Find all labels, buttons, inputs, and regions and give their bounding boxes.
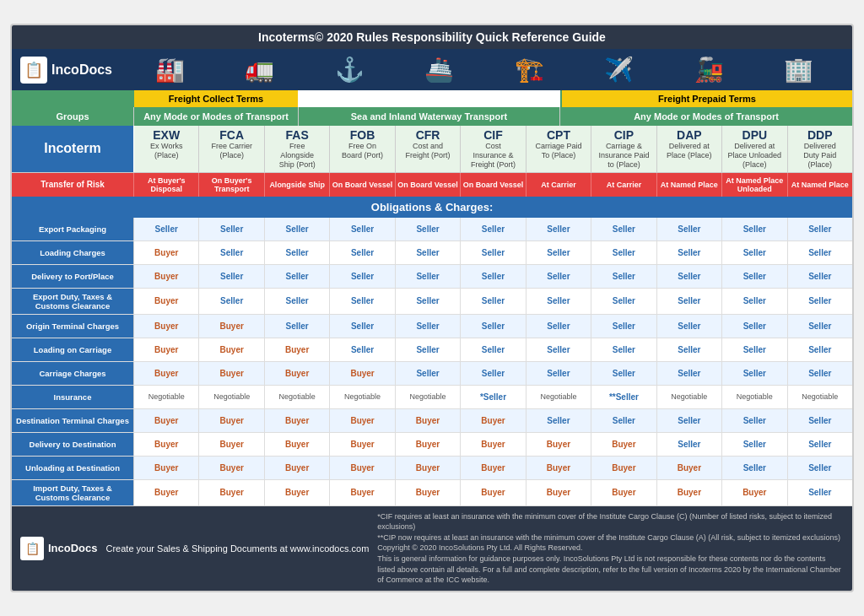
list-item: Buyer <box>134 409 199 432</box>
list-item: Buyer <box>461 433 526 456</box>
list-item: Buyer <box>657 480 722 505</box>
anchor-icon: ⚓ <box>335 56 364 84</box>
list-item: Negotiable <box>330 386 395 408</box>
inco-code-dpu: DPU <box>724 128 785 142</box>
list-item: Seller <box>199 241 264 264</box>
risk-col-2: Alongside Ship <box>265 173 330 197</box>
inco-desc-fca: Free Carrier(Place) <box>201 142 262 160</box>
list-item: Seller <box>591 265 656 288</box>
list-item: Buyer <box>134 265 199 288</box>
inco-code-cip: CIP <box>593 128 654 142</box>
table-row: Export PackagingSellerSellerSellerSeller… <box>12 218 852 241</box>
list-item: Seller <box>461 241 526 264</box>
list-item: Seller <box>265 241 330 264</box>
footer-tagline: Create your Sales & Shipping Documents a… <box>106 543 370 554</box>
list-item: Seller <box>199 218 264 240</box>
list-item: Buyer <box>526 433 591 456</box>
inco-code-cif: CIF <box>462 128 523 142</box>
inco-desc-fob: Free OnBoard (Port) <box>332 142 392 160</box>
list-item: Seller <box>788 362 852 385</box>
list-item: Buyer <box>134 315 199 338</box>
list-item: Seller <box>788 480 852 505</box>
list-item: Seller <box>657 338 722 361</box>
list-item: Negotiable <box>722 386 787 408</box>
list-item: Seller <box>722 338 787 361</box>
list-item: Negotiable <box>134 386 199 408</box>
ship-icon: 🚢 <box>424 56 454 84</box>
table-row: Import Duty, Taxes & Customs ClearanceBu… <box>12 480 852 506</box>
list-item: Seller <box>265 218 330 240</box>
footer: 📋 IncoDocs Create your Sales & Shipping … <box>12 506 852 591</box>
row-cells-4: BuyerBuyerSellerSellerSellerSellerSeller… <box>134 315 852 338</box>
list-item: Seller <box>526 218 591 240</box>
crane-icon: 🏗️ <box>515 56 544 84</box>
incoterm-col-dap: DAPDelivered atPlace (Place) <box>657 126 722 171</box>
list-item: Negotiable <box>657 386 722 408</box>
list-item: Seller <box>591 241 656 264</box>
list-item: Seller <box>591 409 656 432</box>
list-item: Seller <box>788 457 852 479</box>
incoterm-col-dpu: DPUDelivered atPlace Unloaded(Place) <box>722 126 787 171</box>
list-item: Seller <box>265 315 330 338</box>
list-item: Seller <box>591 338 656 361</box>
list-item: Seller <box>461 315 526 338</box>
warehouse-icon: 🏢 <box>784 56 813 84</box>
risk-col-6: At Carrier <box>526 173 591 197</box>
list-item: Buyer <box>526 457 591 479</box>
freight-terms-row: Freight Collect Terms Freight Prepaid Te… <box>12 90 852 107</box>
list-item: Seller <box>396 265 461 288</box>
row-label-11: Import Duty, Taxes & Customs Clearance <box>12 480 134 505</box>
list-item: Buyer <box>330 409 395 432</box>
incoterm-col-ddp: DDPDeliveredDuty Paid(Place) <box>788 126 852 171</box>
list-item: Buyer <box>330 433 395 456</box>
freight-sea-spacer <box>300 90 562 107</box>
list-item: Seller <box>199 289 264 314</box>
list-item: Buyer <box>265 362 330 385</box>
list-item: Buyer <box>265 480 330 505</box>
list-item: Seller <box>396 218 461 240</box>
risk-col-7: At Carrier <box>591 173 656 197</box>
list-item: Seller <box>657 218 722 240</box>
incoterm-col-fca: FCAFree Carrier(Place) <box>199 126 264 171</box>
list-item: Seller <box>657 289 722 314</box>
inco-desc-cfr: Cost andFreight (Port) <box>397 142 458 160</box>
incoterm-col-cif: CIFCostInsurance &Freight (Port) <box>461 126 526 171</box>
table-row: Loading on CarriageBuyerBuyerBuyerSeller… <box>12 338 852 362</box>
plane-icon: ✈️ <box>604 56 634 84</box>
list-item: Seller <box>265 265 330 288</box>
list-item: Buyer <box>134 241 199 264</box>
row-label-6: Carriage Charges <box>12 362 134 385</box>
list-item: Seller <box>396 338 461 361</box>
data-rows: Export PackagingSellerSellerSellerSeller… <box>12 218 852 506</box>
row-label-10: Unloading at Destination <box>12 457 134 479</box>
list-item: Seller <box>461 338 526 361</box>
row-label-8: Destination Terminal Charges <box>12 409 134 432</box>
incoterm-cols: EXWEx Works(Place)FCAFree Carrier(Place)… <box>134 126 852 171</box>
list-item: Seller <box>722 409 787 432</box>
risk-col-10: At Named Place <box>788 173 852 197</box>
list-item: Buyer <box>657 457 722 479</box>
footer-logo-icon: 📋 <box>20 537 44 560</box>
list-item: Seller <box>788 265 852 288</box>
list-item: Buyer <box>330 362 395 385</box>
list-item: Seller <box>591 362 656 385</box>
list-item: Buyer <box>134 457 199 479</box>
footer-note: Copyright © 2020 IncoSolutions Pty Ltd. … <box>377 543 844 554</box>
freight-terms-area: Freight Collect Terms Freight Prepaid Te… <box>134 90 852 107</box>
main-container: Incoterms© 2020 Rules Responsibility Qui… <box>10 24 854 592</box>
list-item: Seller <box>330 241 395 264</box>
row-cells-10: BuyerBuyerBuyerBuyerBuyerBuyerBuyerBuyer… <box>134 457 852 479</box>
list-item: Seller <box>657 433 722 456</box>
row-label-4: Origin Terminal Charges <box>12 315 134 338</box>
list-item: Seller <box>265 289 330 314</box>
train-icon: 🚂 <box>694 56 724 84</box>
list-item: Seller <box>330 338 395 361</box>
list-item: Seller <box>396 289 461 314</box>
inco-desc-cpt: Carriage PaidTo (Place) <box>528 142 589 160</box>
list-item: Seller <box>396 362 461 385</box>
list-item: Buyer <box>199 409 264 432</box>
list-item: Seller <box>199 265 264 288</box>
risk-col-4: On Board Vessel <box>396 173 461 197</box>
list-item: Seller <box>526 289 591 314</box>
list-item: Seller <box>396 315 461 338</box>
